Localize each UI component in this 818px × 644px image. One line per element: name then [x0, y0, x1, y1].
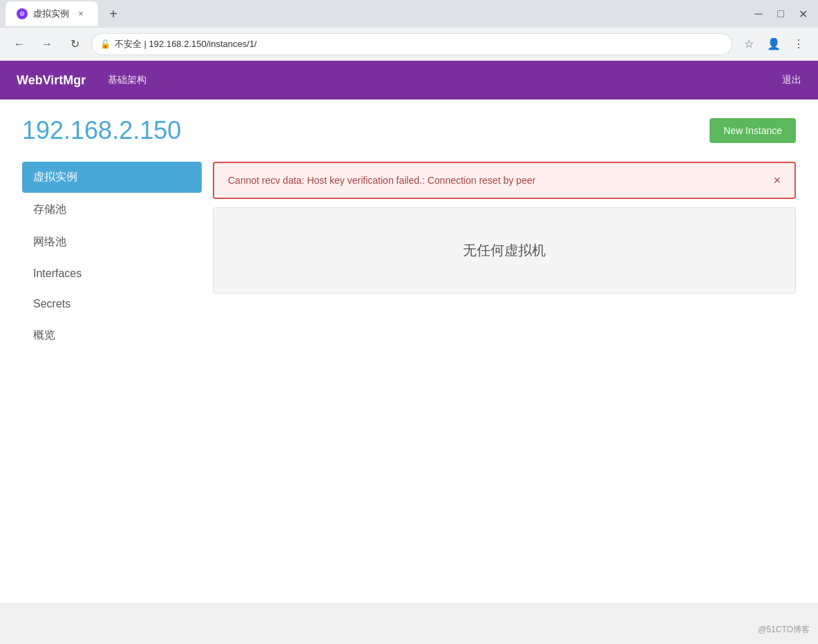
- tab-close-button[interactable]: ×: [75, 8, 87, 20]
- sidebar-item-storage[interactable]: 存储池: [22, 194, 202, 225]
- maximize-button[interactable]: □: [771, 4, 790, 23]
- sidebar-item-instances[interactable]: 虚拟实例: [22, 162, 202, 193]
- close-window-button[interactable]: ✕: [793, 4, 812, 23]
- url-text: 不安全 | 192.168.2.150/instances/1/: [115, 38, 257, 50]
- header-logout-button[interactable]: 退出: [782, 74, 801, 86]
- content-area: 虚拟实例 存储池 网络池 Interfaces Secrets 概览: [22, 162, 796, 352]
- new-tab-button[interactable]: +: [104, 4, 123, 23]
- security-icon: 🔓: [100, 39, 111, 49]
- empty-state-text: 无任何虚拟机: [463, 243, 546, 258]
- bookmark-button[interactable]: ☆: [738, 33, 760, 55]
- sidebar-item-network-label: 网络池: [33, 236, 66, 247]
- sidebar-item-secrets[interactable]: Secrets: [22, 290, 202, 319]
- sidebar-item-network[interactable]: 网络池: [22, 227, 202, 258]
- sidebar: 虚拟实例 存储池 网络池 Interfaces Secrets 概览: [22, 162, 202, 352]
- main-content: Cannot recv data: Host key verification …: [213, 162, 796, 352]
- browser-tab[interactable]: ⚙ 虚拟实例 ×: [6, 1, 98, 26]
- sidebar-item-overview[interactable]: 概览: [22, 320, 202, 351]
- page-header-row: 192.168.2.150 New Instance: [22, 116, 796, 145]
- forward-button[interactable]: →: [36, 33, 58, 55]
- app-container: WebVirtMgr 基础架构 退出 192.168.2.150 New Ins…: [0, 61, 818, 603]
- minimize-button[interactable]: ─: [749, 4, 768, 23]
- watermark-text: @51CTO博客: [758, 625, 810, 634]
- window-controls: ─ □ ✕: [749, 4, 812, 23]
- page-title: 192.168.2.150: [22, 116, 181, 145]
- alert-box: Cannot recv data: Host key verification …: [213, 162, 796, 199]
- empty-state: 无任何虚拟机: [213, 207, 796, 294]
- header-nav-infrastructure[interactable]: 基础架构: [108, 74, 146, 86]
- tab-title: 虚拟实例: [33, 8, 69, 20]
- back-button[interactable]: ←: [8, 33, 30, 55]
- address-bar[interactable]: 🔓 不安全 | 192.168.2.150/instances/1/: [91, 33, 732, 55]
- tab-favicon-icon: ⚙: [19, 10, 25, 17]
- app-header: WebVirtMgr 基础架构 退出: [0, 61, 818, 100]
- sidebar-item-interfaces[interactable]: Interfaces: [22, 259, 202, 288]
- sidebar-item-secrets-label: Secrets: [33, 298, 70, 310]
- tab-favicon: ⚙: [17, 8, 28, 19]
- sidebar-item-overview-label: 概览: [33, 329, 55, 341]
- address-bar-container: ← → ↻ 🔓 不安全 | 192.168.2.150/instances/1/…: [0, 28, 818, 61]
- alert-close-button[interactable]: ×: [773, 174, 781, 187]
- refresh-button[interactable]: ↻: [64, 33, 86, 55]
- account-button[interactable]: 👤: [763, 33, 785, 55]
- sidebar-item-interfaces-label: Interfaces: [33, 267, 82, 279]
- alert-message: Cannot recv data: Host key verification …: [228, 175, 535, 186]
- sidebar-item-instances-label: 虚拟实例: [33, 171, 77, 182]
- header-left: WebVirtMgr 基础架构: [17, 73, 146, 88]
- app-logo: WebVirtMgr: [17, 73, 86, 88]
- browser-titlebar: ⚙ 虚拟实例 × + ─ □ ✕: [0, 0, 818, 28]
- browser-menu-button[interactable]: ⋮: [788, 33, 810, 55]
- app-body: 192.168.2.150 New Instance 虚拟实例 存储池 网络池 …: [0, 100, 818, 603]
- new-instance-button[interactable]: New Instance: [710, 118, 796, 143]
- watermark: @51CTO博客: [758, 624, 810, 636]
- address-bar-right-icons: ☆ 👤 ⋮: [738, 33, 810, 55]
- sidebar-item-storage-label: 存储池: [33, 203, 66, 215]
